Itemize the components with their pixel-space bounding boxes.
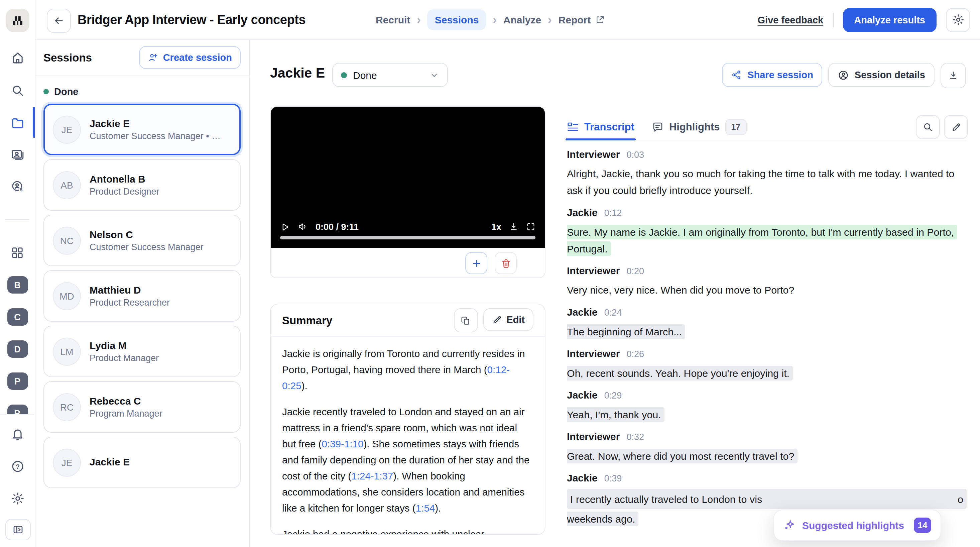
transcript-timestamp[interactable]: 0:03 xyxy=(626,150,644,160)
transcript-entry-header: Interviewer0:20 xyxy=(567,265,967,276)
create-session-button[interactable]: Create session xyxy=(139,46,241,69)
add-recording-button[interactable] xyxy=(465,252,487,274)
breadcrumb-item-sessions[interactable]: Sessions xyxy=(428,10,486,30)
session-card-role: Program Manager xyxy=(89,408,162,419)
download-icon xyxy=(948,70,959,81)
video-controls: 0:00 / 9:11 1x xyxy=(280,221,535,232)
transcript-timestamp[interactable]: 0:12 xyxy=(604,208,622,218)
copy-summary-button[interactable] xyxy=(453,308,477,332)
transcript-timestamp[interactable]: 0:24 xyxy=(604,308,622,317)
session-card[interactable]: NCNelson CCustomer Success Manager xyxy=(43,215,241,266)
avatar: NC xyxy=(53,226,81,254)
nav-incentives[interactable]: $ xyxy=(0,172,35,201)
transcript-text-highlighted[interactable]: weekends ago. xyxy=(567,511,638,526)
session-card-role: Customer Success Manager xyxy=(89,242,204,252)
pencil-icon xyxy=(951,122,961,132)
transcript-timestamp[interactable]: 0:32 xyxy=(626,432,644,442)
sparkle-icon xyxy=(783,519,796,532)
back-button[interactable] xyxy=(47,9,71,33)
breadcrumb-item-report[interactable]: Report xyxy=(558,14,605,26)
transcript-text-line: Alright, Jackie, thank you so much for t… xyxy=(567,165,967,199)
transcript-timestamp[interactable]: 0:29 xyxy=(604,391,622,400)
suggested-highlights-button[interactable]: Suggested highlights 14 xyxy=(773,510,941,541)
nav-search[interactable] xyxy=(0,76,35,104)
session-card-role: Customer Success Manager • … xyxy=(89,131,221,141)
playback-speed-button[interactable]: 1x xyxy=(492,222,501,232)
session-card[interactable]: LMLydia MProduct Manager xyxy=(43,326,241,377)
workspace-avatar-d-2[interactable]: D xyxy=(7,340,28,358)
tab-transcript[interactable]: Transcript xyxy=(567,114,635,140)
breadcrumb-item-analyze[interactable]: Analyze xyxy=(503,14,541,26)
help-button[interactable]: ? xyxy=(0,452,35,480)
transcript-text-highlighted[interactable]: Sure. My name is Jackie. I am originally… xyxy=(567,224,957,256)
participant-name: Jackie E xyxy=(270,65,325,81)
transcript-timestamp[interactable]: 0:39 xyxy=(604,474,622,483)
tab-highlights[interactable]: Highlights 17 xyxy=(652,114,746,140)
edit-summary-button[interactable]: Edit xyxy=(483,308,533,331)
volume-icon[interactable] xyxy=(298,221,308,232)
transcript-speaker: Jackie xyxy=(567,389,598,400)
transcript-entry: Interviewer0:26Oh, recent sounds. Yeah. … xyxy=(567,348,967,381)
share-session-button[interactable]: Share session xyxy=(722,63,822,87)
transcript-speaker: Interviewer xyxy=(567,431,620,442)
done-group-label: Done xyxy=(54,86,78,97)
status-dropdown[interactable]: Done xyxy=(332,63,448,87)
timestamp-link[interactable]: 1:24-1:37 xyxy=(351,471,393,482)
pencil-icon xyxy=(492,315,502,325)
avatar: AB xyxy=(53,171,81,199)
session-card[interactable]: ABAntonella BProduct Designer xyxy=(43,159,241,211)
play-icon[interactable] xyxy=(280,222,290,232)
workspace-avatar-c-1[interactable]: C xyxy=(7,308,28,326)
session-card[interactable]: JEJackie E xyxy=(43,437,241,488)
transcript-entry-header: Jackie0:29 xyxy=(567,389,967,400)
nav-participants[interactable] xyxy=(0,140,35,169)
transcript-timestamp[interactable]: 0:20 xyxy=(626,266,644,276)
header-settings-button[interactable] xyxy=(946,8,970,32)
transcript-entry: Interviewer0:32Great. Now, where did you… xyxy=(567,431,967,464)
nav-apps-grid[interactable] xyxy=(0,239,35,267)
session-card[interactable]: MDMatthieu DProduct Researcher xyxy=(43,270,241,322)
transcript-text-highlighted[interactable]: Yeah, I'm, thank you. xyxy=(567,407,665,422)
trash-icon xyxy=(500,258,511,268)
timestamp-link[interactable]: 1:54 xyxy=(416,503,435,514)
person-circle-icon xyxy=(838,69,849,81)
download-video-icon[interactable] xyxy=(509,222,519,232)
sessions-panel: Sessions Create session Done JEJackie EC… xyxy=(35,40,250,547)
download-session-button[interactable] xyxy=(940,63,966,88)
session-card-name: Lydia M xyxy=(89,340,159,351)
summary-header: Summary Edit xyxy=(271,304,545,337)
share-session-label: Share session xyxy=(748,70,813,80)
session-card[interactable]: RCRebecca CProgram Manager xyxy=(43,381,241,433)
breadcrumb-item-recruit[interactable]: Recruit xyxy=(376,14,410,26)
video-player[interactable]: 0:00 / 9:11 1x xyxy=(271,107,545,248)
transcript-text-highlighted[interactable]: Oh, recent sounds. Yeah. Hope you're enj… xyxy=(567,365,793,380)
timestamp-link[interactable]: 0:12-0:25 xyxy=(282,364,510,391)
transcript-text-highlighted[interactable]: Great. Now, where did you most recently … xyxy=(567,448,797,463)
session-card-name: Matthieu D xyxy=(89,284,170,295)
workspace-avatar-p-3[interactable]: P xyxy=(7,372,28,390)
help-icon: ? xyxy=(10,459,24,473)
transcript-entry-header: Interviewer0:03 xyxy=(567,148,967,160)
fullscreen-icon[interactable] xyxy=(526,222,535,231)
timestamp-link[interactable]: 0:39-1:10 xyxy=(321,439,363,450)
give-feedback-link[interactable]: Give feedback xyxy=(758,14,824,25)
transcript-text: Alright, Jackie, thank you so much for t… xyxy=(567,168,954,196)
transcript-edit-button[interactable] xyxy=(944,115,968,139)
delete-recording-button[interactable] xyxy=(495,252,517,274)
nav-projects[interactable] xyxy=(0,108,35,136)
session-card[interactable]: JEJackie ECustomer Success Manager • … xyxy=(43,104,241,155)
nav-home[interactable] xyxy=(0,43,35,72)
session-details-button[interactable]: Session details xyxy=(829,63,935,87)
transcript-text-highlighted[interactable]: I recently actually traveled to London t… xyxy=(567,489,967,509)
active-nav-indicator xyxy=(33,107,35,138)
transcript-text-highlighted[interactable]: The beginning of March... xyxy=(567,324,685,339)
transcript-timestamp[interactable]: 0:26 xyxy=(626,349,644,359)
analyze-results-button[interactable]: Analyze results xyxy=(843,8,937,32)
app-logo[interactable] xyxy=(6,9,29,32)
settings-button[interactable] xyxy=(0,484,35,512)
video-progress-bar[interactable] xyxy=(280,236,535,239)
notifications-button[interactable] xyxy=(0,420,35,448)
transcript-search-button[interactable] xyxy=(916,115,940,139)
workspace-avatar-b-0[interactable]: B xyxy=(7,276,28,293)
collapse-sidebar-button[interactable] xyxy=(5,519,31,540)
